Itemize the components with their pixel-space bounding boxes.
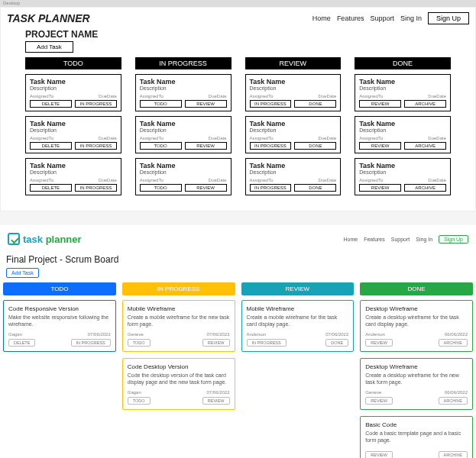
sb-add-task-button[interactable]: Add Task (6, 268, 39, 278)
sb-card-date: 06/06/2022 (445, 390, 468, 395)
wf-task-card[interactable]: Task NameDescriptionAssignedToDueDateDEL… (25, 116, 121, 153)
wf-card-desc: Description (140, 169, 227, 175)
sb-card-date: 07/06/2022 (206, 390, 229, 395)
wf-card-right-button[interactable]: ARCHIVE (404, 142, 446, 150)
sb-col-done: DONE Desktop WireframeCreate a desktop w… (360, 282, 473, 458)
sb-task-card[interactable]: Desktop WireframeCreate a desktop wirefr… (360, 358, 473, 410)
sb-card-left-button[interactable]: In Progress (247, 339, 287, 347)
wf-card-left-button[interactable]: IN PROGRESS (250, 100, 292, 108)
wf-task-card[interactable]: Task NameDescriptionAssignedToDueDateTOD… (135, 116, 232, 153)
wf-card-right-button[interactable]: IN PROGRESS (75, 142, 117, 150)
sb-card-right-button[interactable]: done (325, 339, 348, 347)
sb-card-right-button[interactable]: Archive (439, 339, 468, 347)
wf-card-left-button[interactable]: TODO (140, 184, 182, 192)
wf-column: DONETask NameDescriptionAssignedToDueDat… (355, 57, 451, 200)
wf-card-right-button[interactable]: IN PROGRESS (75, 184, 117, 192)
sb-task-card[interactable]: Desktop WireframeCreate a desktop wirefr… (360, 300, 473, 352)
wf-card-right-button[interactable]: IN PROGRESS (75, 100, 117, 108)
wf-card-left-button[interactable]: IN PROGRESS (250, 184, 292, 192)
wf-nav-signin[interactable]: Sing In (400, 15, 422, 22)
sb-nav: Home Features Support Sing In Sign Up (343, 235, 468, 244)
sb-card-date: 06/06/2022 (445, 332, 468, 337)
wf-card-desc: Description (30, 169, 117, 175)
wf-column-head: TODO (25, 57, 121, 69)
wf-card-right-button[interactable]: DONE (294, 142, 336, 150)
sb-card-right-button[interactable]: Archive (439, 451, 468, 458)
wf-card-left-button[interactable]: TODO (140, 100, 182, 108)
wf-card-right-button[interactable]: ARCHIVE (404, 184, 446, 192)
sb-card-right-button[interactable]: Review (202, 397, 230, 405)
wf-task-card[interactable]: Task NameDescriptionAssignedToDueDateREV… (355, 74, 451, 111)
wf-nav-features[interactable]: Features (337, 15, 364, 22)
wf-card-left-button[interactable]: DELETE (30, 184, 72, 192)
wf-card-left-button[interactable]: DELETE (30, 142, 72, 150)
wf-card-right-button[interactable]: ARCHIVE (404, 100, 446, 108)
wf-add-task-button[interactable]: Add Task (25, 41, 73, 53)
wf-task-card[interactable]: Task NameDescriptionAssignedToDueDateIN … (245, 116, 342, 153)
wf-assigned-label: AssignedTo (359, 94, 383, 98)
sb-task-card[interactable]: Code Desktop VersionCode the desktop ver… (122, 358, 235, 410)
wf-card-desc: Description (30, 85, 117, 91)
sb-nav-support[interactable]: Support (391, 237, 410, 242)
wf-task-card[interactable]: Task NameDescriptionAssignedToDueDateTOD… (135, 74, 232, 111)
sb-card-right-button[interactable]: Review (202, 339, 230, 347)
sb-task-card[interactable]: Code Responsive VersionMake the website … (3, 300, 116, 352)
sb-card-left-button[interactable]: Todo (128, 339, 151, 347)
sb-card-right-button[interactable]: Archive (439, 397, 468, 405)
wf-task-card[interactable]: Task NameDescriptionAssignedToDueDateIN … (245, 158, 342, 195)
wf-task-card[interactable]: Task NameDescriptionAssignedToDueDateTOD… (135, 158, 232, 195)
sb-nav-signin[interactable]: Sing In (416, 237, 432, 242)
wf-card-left-button[interactable]: REVIEW (359, 142, 401, 150)
sb-card-title: Mobile Wireframe (128, 305, 230, 312)
wf-column: TODOTask NameDescriptionAssignedToDueDat… (25, 57, 121, 200)
sb-logo: task planner (8, 233, 82, 245)
wf-task-card[interactable]: Task NameDescriptionAssignedToDueDateDEL… (25, 158, 121, 195)
wf-task-card[interactable]: Task NameDescriptionAssignedToDueDateIN … (245, 74, 342, 111)
sb-task-card[interactable]: Mobile WireframeCreate a mobile wirefram… (241, 300, 355, 352)
wf-card-desc: Description (250, 127, 337, 133)
wf-assigned-label: AssignedTo (140, 178, 164, 182)
wf-card-title: Task Name (250, 78, 337, 85)
sb-card-left-button[interactable]: delete (8, 339, 35, 347)
sb-nav-home[interactable]: Home (343, 237, 358, 242)
wf-nav-support[interactable]: Support (370, 15, 394, 22)
sb-card-assignee: Gagan (128, 390, 141, 395)
wf-card-right-button[interactable]: DONE (294, 100, 336, 108)
wf-task-card[interactable]: Task NameDescriptionAssignedToDueDateREV… (355, 116, 451, 153)
sb-card-left-button[interactable]: Review (365, 451, 393, 458)
wf-column-head: DONE (355, 57, 451, 69)
sb-card-right-button[interactable]: In Progress (71, 339, 111, 347)
wf-card-left-button[interactable]: IN PROGRESS (250, 142, 292, 150)
wf-card-desc: Description (359, 169, 446, 175)
sb-card-left-button[interactable]: Todo (128, 397, 151, 405)
wf-due-label: DueDate (428, 136, 446, 140)
wf-task-card[interactable]: Task NameDescriptionAssignedToDueDateDEL… (25, 74, 121, 111)
wf-card-right-button[interactable]: DONE (294, 184, 336, 192)
wf-card-right-button[interactable]: REVIEW (185, 142, 227, 150)
wf-due-label: DueDate (209, 94, 227, 98)
wf-nav-home[interactable]: Home (312, 15, 331, 22)
wf-card-right-button[interactable]: REVIEW (185, 184, 227, 192)
wf-card-desc: Description (140, 85, 227, 91)
wf-card-desc: Description (250, 169, 337, 175)
wf-task-card[interactable]: Task NameDescriptionAssignedToDueDateREV… (355, 158, 451, 195)
sb-task-card[interactable]: Mobile WireframeCreate a mobile wirefram… (122, 300, 235, 352)
wf-card-left-button[interactable]: REVIEW (359, 184, 401, 192)
wf-card-left-button[interactable]: DELETE (30, 100, 72, 108)
wf-card-left-button[interactable]: REVIEW (359, 100, 401, 108)
wf-assigned-label: AssignedTo (30, 94, 53, 98)
sb-nav-features[interactable]: Features (364, 237, 385, 242)
sb-card-left-button[interactable]: Review (365, 339, 393, 347)
sb-signup-button[interactable]: Sign Up (439, 235, 468, 244)
wf-card-desc: Description (140, 127, 227, 133)
sb-col-head-rev: REVIEW (241, 282, 355, 295)
wf-card-right-button[interactable]: REVIEW (185, 100, 227, 108)
wf-assigned-label: AssignedTo (140, 94, 164, 98)
sb-task-card[interactable]: Basic CodeCode a basic template page and… (360, 416, 473, 458)
sb-card-left-button[interactable]: Review (365, 397, 393, 405)
wf-signup-button[interactable]: Sign Up (428, 12, 469, 24)
wf-card-left-button[interactable]: TODO (140, 142, 182, 150)
sb-card-desc: Create a mobile wireframe for the new ta… (128, 314, 230, 327)
wf-assigned-label: AssignedTo (359, 178, 383, 182)
wf-due-label: DueDate (428, 94, 446, 98)
